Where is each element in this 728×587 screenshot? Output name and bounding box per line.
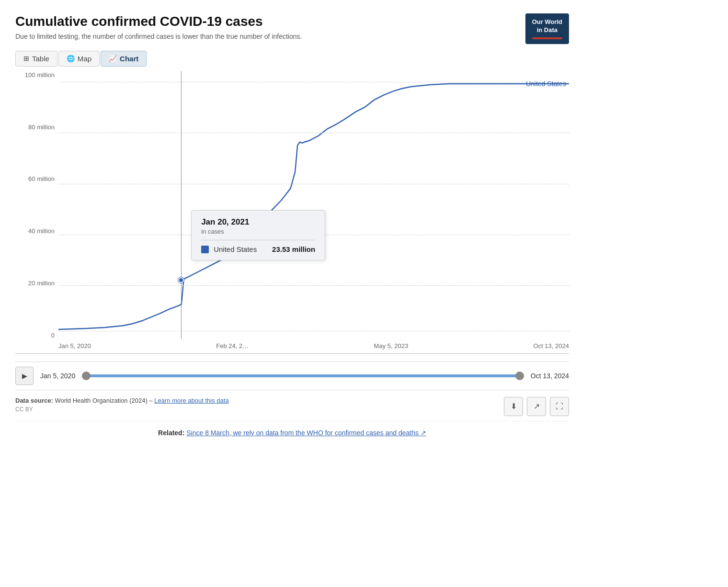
expand-button[interactable]: ⛶ (550, 397, 569, 416)
header-row: Cumulative confirmed COVID-19 cases Due … (15, 13, 569, 44)
grid-line-20m (58, 285, 569, 286)
map-icon: 🌐 (67, 55, 75, 62)
timeline-slider-fill (82, 374, 524, 377)
timeline-slider-track[interactable] (82, 374, 524, 377)
source-name: World Health Organization (2024) – (55, 397, 152, 404)
chart-area: 100 million 80 million 60 million 40 mil… (15, 71, 569, 354)
timeline-end-label: Oct 13, 2024 (531, 372, 569, 380)
grid-line-100m (58, 82, 569, 82)
tab-map-label: Map (78, 55, 91, 63)
timeline-start-label: Jan 5, 2020 (40, 372, 75, 380)
x-label-feb2021: Feb 24, 2… (216, 342, 249, 350)
play-icon: ▶ (22, 372, 27, 380)
y-label-80m: 80 million (28, 124, 55, 131)
related-link[interactable]: Since 8 March, we rely on data from the … (186, 429, 426, 437)
title-block: Cumulative confirmed COVID-19 cases Due … (15, 13, 302, 40)
tab-table[interactable]: ⊞ Table (15, 51, 57, 67)
tooltip-unit: in cases (201, 228, 315, 235)
tooltip-row: United States 23.53 million (201, 245, 315, 253)
x-axis: Jan 5, 2020 Feb 24, 2… May 5, 2023 Oct 1… (58, 339, 569, 353)
us-covid-line (58, 84, 569, 329)
related-link-text: Since 8 March, we rely on data from the … (186, 429, 419, 437)
tab-chart[interactable]: 📈 Chart (101, 51, 147, 67)
related-label: Related: (158, 429, 184, 437)
download-button[interactable]: ⬇ (504, 397, 523, 416)
source-label: Data source: (15, 397, 53, 404)
tooltip-value: 23.53 million (272, 245, 315, 253)
owid-logo-text-line1: Our World (532, 18, 562, 25)
hover-vertical-line (181, 71, 182, 339)
cc-label: CC BY (15, 406, 229, 413)
tooltip-dot (178, 277, 184, 283)
y-label-100m: 100 million (25, 71, 55, 79)
share-button[interactable]: ↗ (527, 397, 546, 416)
tab-bar: ⊞ Table 🌐 Map 📈 Chart (15, 51, 569, 67)
footer-source: Data source: World Health Organization (… (15, 397, 229, 413)
tooltip-divider (201, 240, 315, 240)
grid-line-0 (58, 331, 569, 331)
y-label-20m: 20 million (28, 280, 55, 287)
tooltip-color-box (201, 246, 209, 253)
data-source-text: Data source: World Health Organization (… (15, 397, 229, 404)
expand-icon: ⛶ (556, 402, 563, 411)
y-axis: 100 million 80 million 60 million 40 mil… (15, 71, 58, 339)
page-title: Cumulative confirmed COVID-19 cases (15, 13, 302, 30)
chart-inner: Jan 20, 2021 in cases United States 23.5… (58, 71, 569, 339)
chart-svg (58, 71, 569, 339)
y-label-40m: 40 million (28, 227, 55, 235)
footer: Data source: World Health Organization (… (15, 397, 569, 416)
related-link-icon: ↗ (421, 429, 426, 437)
tooltip-date: Jan 20, 2021 (201, 217, 315, 227)
page-subtitle: Due to limited testing, the number of co… (15, 33, 302, 40)
x-label-may2023: May 5, 2023 (374, 342, 409, 350)
footer-actions: ⬇ ↗ ⛶ (504, 397, 569, 416)
y-label-0: 0 (51, 332, 55, 339)
play-button[interactable]: ▶ (15, 367, 34, 385)
owid-logo-text-line2: in Data (537, 26, 557, 34)
grid-line-60m (58, 184, 569, 184)
timeline-thumb-left[interactable] (82, 372, 91, 380)
x-label-oct2024: Oct 13, 2024 (534, 342, 569, 350)
grid-line-80m (58, 133, 569, 133)
x-label-jan2020: Jan 5, 2020 (58, 342, 91, 350)
owid-logo[interactable]: Our World in Data (525, 13, 569, 44)
timeline-thumb-right[interactable] (515, 372, 524, 380)
table-icon: ⊞ (23, 55, 29, 62)
tooltip: Jan 20, 2021 in cases United States 23.5… (191, 210, 325, 260)
us-series-label: United States (526, 80, 566, 88)
chart-icon: 📈 (109, 55, 117, 62)
tab-map[interactable]: 🌐 Map (58, 51, 100, 67)
y-label-60m: 60 million (28, 175, 55, 182)
related-bar: Related: Since 8 March, we rely on data … (15, 421, 569, 441)
tab-table-label: Table (32, 55, 49, 63)
tooltip-country: United States (214, 245, 267, 253)
owid-logo-red-bar (532, 37, 562, 39)
download-icon: ⬇ (511, 402, 517, 411)
tab-chart-label: Chart (120, 55, 138, 63)
source-link[interactable]: Learn more about this data (154, 397, 228, 404)
timeline-bar: ▶ Jan 5, 2020 Oct 13, 2024 (15, 361, 569, 390)
share-icon: ↗ (534, 402, 540, 411)
page-container: Cumulative confirmed COVID-19 cases Due … (0, 0, 584, 451)
